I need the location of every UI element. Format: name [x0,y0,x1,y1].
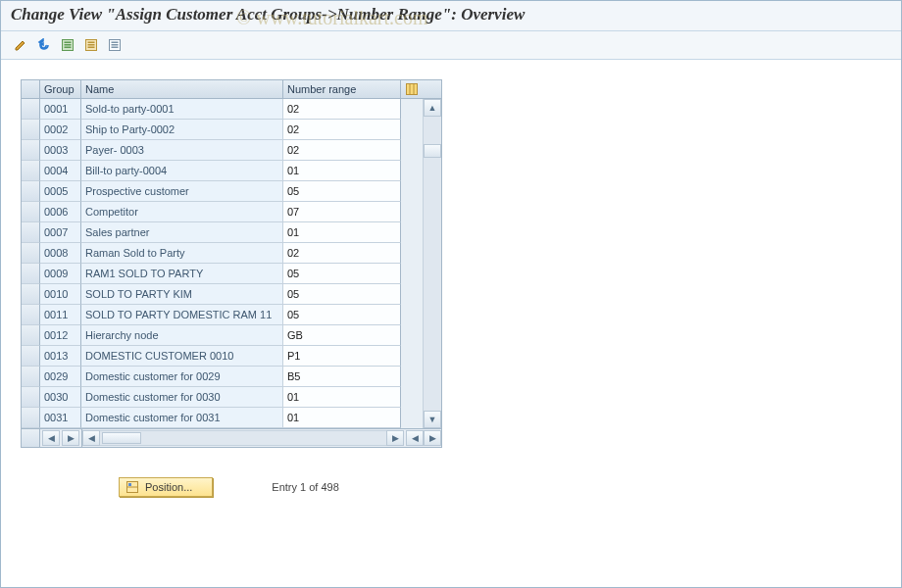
vertical-scrollbar[interactable]: ▲ ▼ [423,99,441,428]
cell-group: 0030 [40,387,81,408]
window: Change View "Assign Customer Acct Groups… [0,0,902,588]
row-selector[interactable] [22,346,40,367]
hscroll-corner [22,429,40,447]
entry-count: Entry 1 of 498 [272,481,339,493]
table-row: 0002Ship to Party-000202 [22,120,423,140]
cell-number-range[interactable]: 05 [283,264,401,284]
cell-number-range[interactable]: 05 [283,284,401,305]
cell-group: 0007 [40,222,81,243]
configure-columns-icon[interactable] [401,80,422,98]
scroll-up-icon[interactable]: ▲ [424,99,441,117]
row-selector[interactable] [22,99,40,120]
svg-rect-6 [88,44,95,46]
cell-number-range[interactable]: 02 [283,120,401,140]
table-row: 0005Prospective customer05 [22,181,423,202]
cell-name: Sales partner [81,222,283,243]
cell-number-range[interactable]: 05 [283,305,401,325]
cell-name: Domestic customer for 0031 [81,408,283,428]
row-selector[interactable] [22,140,40,161]
scroll-down-icon[interactable]: ▼ [424,411,441,428]
table-row: 0013DOMESTIC CUSTOMER 0010P1 [22,346,423,367]
svg-rect-5 [88,42,95,44]
hscroll-right-end-icon[interactable]: ▶ [424,430,441,446]
cell-number-range[interactable]: 02 [283,243,401,264]
cell-number-range[interactable]: B5 [283,367,401,387]
table-row: 0007Sales partner01 [22,222,423,243]
cell-name: Hierarchy node [81,325,283,346]
column-header-name[interactable]: Name [81,80,283,98]
row-selector[interactable] [22,181,40,202]
cell-number-range[interactable]: 01 [283,161,401,181]
cell-name: DOMESTIC CUSTOMER 0010 [81,346,283,367]
position-icon [125,480,139,494]
table-row: 0006Competitor07 [22,202,423,222]
row-selector[interactable] [22,243,40,264]
horizontal-scroll-track[interactable] [100,430,386,446]
cell-number-range[interactable]: 05 [283,181,401,202]
grid-rows: 0001Sold-to party-0001020002Ship to Part… [22,99,423,428]
table-row: 0009RAM1 SOLD TO PARTY05 [22,264,423,284]
hscroll-left-fixed-icon[interactable]: ◀ [42,430,60,446]
cell-number-range[interactable]: 01 [283,408,401,428]
table-row: 0008Raman Sold to Party02 [22,243,423,264]
row-selector-header[interactable] [22,80,40,98]
cell-number-range[interactable]: P1 [283,346,401,367]
hscroll-left-icon[interactable]: ◀ [82,430,100,446]
cell-group: 0031 [40,408,81,428]
svg-rect-2 [65,44,72,46]
svg-rect-9 [112,42,119,44]
cell-number-range[interactable]: 02 [283,99,401,120]
svg-rect-10 [112,44,119,46]
cell-name: Bill-to party-0004 [81,161,283,181]
cell-number-range[interactable]: 07 [283,202,401,222]
row-selector[interactable] [22,120,40,140]
cell-name: Sold-to party-0001 [81,99,283,120]
row-selector[interactable] [22,387,40,408]
cell-number-range[interactable]: 01 [283,387,401,408]
cell-group: 0012 [40,325,81,346]
position-button-label: Position... [145,481,192,493]
row-selector[interactable] [22,161,40,181]
column-header-group[interactable]: Group [40,80,81,98]
svg-rect-1 [65,42,72,44]
select-block-icon[interactable] [81,35,101,55]
table-row: 0012Hierarchy nodeGB [22,325,423,346]
footer: Position... Entry 1 of 498 [21,477,881,497]
column-header-number-range[interactable]: Number range [283,80,401,98]
cell-number-range[interactable]: 01 [283,222,401,243]
vertical-scroll-thumb[interactable] [424,144,441,158]
cell-group: 0008 [40,243,81,264]
edit-icon[interactable] [11,35,30,55]
hscroll-right-icon[interactable]: ▶ [386,430,404,446]
table-row: 0031Domestic customer for 003101 [22,408,423,428]
horizontal-scrollbar[interactable]: ◀ ▶ ◀ ▶ ◀ ▶ [22,428,441,447]
cell-name: Domestic customer for 0029 [81,367,283,387]
hscroll-right-fixed-icon[interactable]: ▶ [62,430,79,446]
vertical-scroll-track[interactable] [424,117,441,411]
select-all-icon[interactable] [58,35,77,55]
row-selector[interactable] [22,284,40,305]
horizontal-scroll-thumb[interactable] [102,432,141,444]
row-selector[interactable] [22,408,40,428]
deselect-all-icon[interactable] [105,35,125,55]
table-row: 0004Bill-to party-000401 [22,161,423,181]
cell-name: Prospective customer [81,181,283,202]
cell-group: 0029 [40,367,81,387]
row-selector[interactable] [22,264,40,284]
row-selector[interactable] [22,202,40,222]
row-selector[interactable] [22,305,40,325]
cell-group: 0010 [40,284,81,305]
row-selector[interactable] [22,325,40,346]
table-row: 0003Payer- 000302 [22,140,423,161]
hscroll-left-end-icon[interactable]: ◀ [406,430,424,446]
undo-icon[interactable] [34,35,54,55]
cell-group: 0013 [40,346,81,367]
row-selector[interactable] [22,222,40,243]
position-button[interactable]: Position... [119,477,213,497]
cell-number-range[interactable]: 02 [283,140,401,161]
table-row: 0029Domestic customer for 0029B5 [22,367,423,387]
grid-body: 0001Sold-to party-0001020002Ship to Part… [22,99,441,428]
svg-rect-11 [112,47,119,49]
cell-number-range[interactable]: GB [283,325,401,346]
row-selector[interactable] [22,367,40,387]
